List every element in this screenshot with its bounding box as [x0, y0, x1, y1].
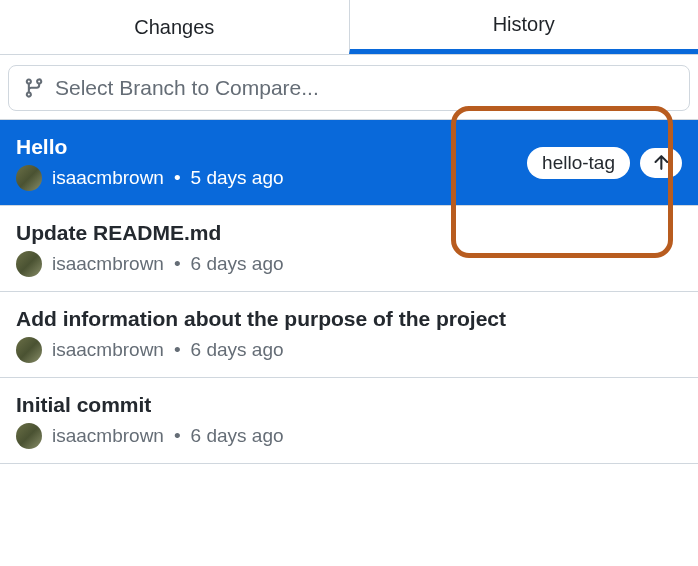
tab-changes-label: Changes: [134, 16, 214, 39]
commit-author: isaacmbrown: [52, 339, 164, 361]
arrow-up-icon: [650, 152, 672, 174]
commit-item[interactable]: Initial commit isaacmbrown • 6 days ago: [0, 378, 698, 464]
commit-author: isaacmbrown: [52, 425, 164, 447]
commit-item[interactable]: Add information about the purpose of the…: [0, 292, 698, 378]
commit-author: isaacmbrown: [52, 167, 164, 189]
avatar: [16, 423, 42, 449]
separator-dot: •: [174, 167, 181, 189]
separator-dot: •: [174, 339, 181, 361]
commit-time: 6 days ago: [191, 253, 284, 275]
tab-bar: Changes History: [0, 0, 698, 55]
avatar: [16, 251, 42, 277]
separator-dot: •: [174, 425, 181, 447]
tag-badge[interactable]: hello-tag: [527, 147, 630, 179]
tag-label: hello-tag: [542, 152, 615, 173]
tab-history-label: History: [493, 13, 555, 36]
commit-author: isaacmbrown: [52, 253, 164, 275]
push-button[interactable]: [640, 148, 682, 178]
commit-time: 6 days ago: [191, 425, 284, 447]
commit-time: 6 days ago: [191, 339, 284, 361]
commit-title: Initial commit: [16, 393, 682, 417]
branch-compare-selector[interactable]: Select Branch to Compare...: [8, 65, 690, 111]
branch-compare-placeholder: Select Branch to Compare...: [55, 76, 319, 100]
commit-item[interactable]: Hello isaacmbrown • 5 days ago hello-tag: [0, 120, 698, 206]
commit-list: Hello isaacmbrown • 5 days ago hello-tag: [0, 120, 698, 464]
tab-changes[interactable]: Changes: [0, 0, 349, 54]
commit-title: Update README.md: [16, 221, 682, 245]
tab-history[interactable]: History: [349, 0, 699, 54]
avatar: [16, 165, 42, 191]
git-branch-icon: [23, 76, 45, 100]
commit-title: Add information about the purpose of the…: [16, 307, 682, 331]
separator-dot: •: [174, 253, 181, 275]
commit-time: 5 days ago: [191, 167, 284, 189]
avatar: [16, 337, 42, 363]
commit-item[interactable]: Update README.md isaacmbrown • 6 days ag…: [0, 206, 698, 292]
commit-title: Hello: [16, 135, 527, 159]
